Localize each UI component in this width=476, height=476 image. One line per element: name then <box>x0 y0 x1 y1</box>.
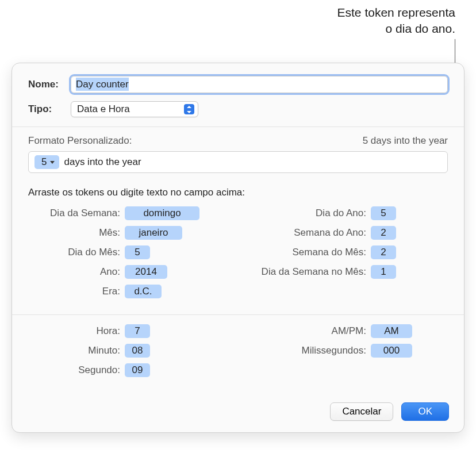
chip-ampm[interactable]: AM <box>371 324 412 338</box>
format-trailing-text: days into the year <box>64 156 141 168</box>
ok-button[interactable]: OK <box>401 402 449 421</box>
format-label: Formato Personalizado: <box>28 135 132 147</box>
time-col-right: AM/PM: AM Milissegundos: 000 <box>245 324 448 383</box>
chip-weekday[interactable]: domingo <box>125 206 199 220</box>
row-ampm: AM/PM: AM <box>245 324 448 338</box>
row-week-of-month: Semana do Mês: 2 <box>245 245 448 259</box>
chip-day-of-year[interactable]: 5 <box>371 206 396 220</box>
date-token-grid: Dia da Semana: domingo Mês: janeiro Dia … <box>28 206 448 304</box>
row-day-of-month: Dia do Mês: 5 <box>28 245 231 259</box>
name-row: Nome: Day counter <box>28 76 448 93</box>
cancel-button[interactable]: Cancelar <box>330 402 393 421</box>
label-second: Segundo: <box>28 364 125 376</box>
time-tokens-section: Hora: 7 Minuto: 08 Segundo: 09 AM/PM: AM <box>12 315 464 393</box>
row-era: Era: d.C. <box>28 285 231 298</box>
row-hour: Hora: 7 <box>28 324 231 338</box>
label-weekday: Dia da Semana: <box>28 208 125 219</box>
row-year: Ano: 2014 <box>28 265 231 279</box>
row-millis: Milissegundos: 000 <box>245 344 448 358</box>
date-col-left: Dia da Semana: domingo Mês: janeiro Dia … <box>28 206 231 304</box>
label-month: Mês: <box>28 227 125 239</box>
label-weekday-in-month: Dia da Semana no Mês: <box>245 266 371 278</box>
token-value: 5 <box>41 156 47 168</box>
name-value: Day counter <box>76 78 129 91</box>
label-millis: Milissegundos: <box>245 345 371 356</box>
chip-second[interactable]: 09 <box>125 363 150 377</box>
row-minute: Minuto: 08 <box>28 344 231 358</box>
label-week-of-year: Semana do Ano: <box>245 227 371 239</box>
label-ampm: AM/PM: <box>245 325 371 337</box>
format-header: Formato Personalizado: 5 days into the y… <box>28 135 448 147</box>
chip-day-of-month[interactable]: 5 <box>125 245 150 259</box>
type-row: Tipo: Data e Hora <box>28 101 448 117</box>
row-week-of-year: Semana do Ano: 2 <box>245 226 448 240</box>
chip-hour[interactable]: 7 <box>125 324 150 338</box>
format-section: Formato Personalizado: 5 days into the y… <box>12 127 464 185</box>
callout-line-1: Este token representa <box>337 5 455 21</box>
label-day-of-year: Dia do Ano: <box>245 208 371 219</box>
row-second: Segundo: 09 <box>28 363 231 377</box>
row-month: Mês: janeiro <box>28 226 231 240</box>
format-field[interactable]: 5 days into the year <box>28 151 448 173</box>
type-label: Tipo: <box>28 103 71 115</box>
label-week-of-month: Semana do Mês: <box>245 247 371 258</box>
time-token-grid: Hora: 7 Minuto: 08 Segundo: 09 AM/PM: AM <box>28 324 448 383</box>
label-hour: Hora: <box>28 325 125 337</box>
name-input[interactable]: Day counter <box>71 76 448 93</box>
label-year: Ano: <box>28 266 125 278</box>
popup-arrows-icon <box>184 104 194 114</box>
format-dialog: Nome: Day counter Tipo: Data e Hora Form… <box>11 63 465 433</box>
chevron-down-icon <box>50 161 55 164</box>
time-col-left: Hora: 7 Minuto: 08 Segundo: 09 <box>28 324 231 383</box>
chip-week-of-year[interactable]: 2 <box>371 226 396 240</box>
dialog-header: Nome: Day counter Tipo: Data e Hora <box>12 63 464 126</box>
row-weekday: Dia da Semana: domingo <box>28 206 231 220</box>
row-weekday-in-month: Dia da Semana no Mês: 1 <box>245 265 448 279</box>
type-value: Data e Hora <box>77 103 130 115</box>
format-token-day-of-year[interactable]: 5 <box>34 155 59 169</box>
chip-era[interactable]: d.C. <box>125 285 162 298</box>
label-day-of-month: Dia do Mês: <box>28 247 125 258</box>
format-preview: 5 days into the year <box>363 135 448 147</box>
row-day-of-year: Dia do Ano: 5 <box>245 206 448 220</box>
chip-week-of-month[interactable]: 2 <box>371 245 396 259</box>
tokens-section: Arraste os tokens ou digite texto no cam… <box>12 185 464 314</box>
callout-line-2: o dia do ano. <box>337 21 455 37</box>
label-minute: Minuto: <box>28 345 125 356</box>
type-popup[interactable]: Data e Hora <box>71 101 198 117</box>
chip-minute[interactable]: 08 <box>125 344 150 358</box>
chip-millis[interactable]: 000 <box>371 344 412 358</box>
chip-year[interactable]: 2014 <box>125 265 167 279</box>
chip-month[interactable]: janeiro <box>125 226 182 240</box>
date-col-right: Dia do Ano: 5 Semana do Ano: 2 Semana do… <box>245 206 448 304</box>
callout-text: Este token representa o dia do ano. <box>337 5 455 37</box>
chip-weekday-in-month[interactable]: 1 <box>371 265 396 279</box>
tokens-instruction: Arraste os tokens ou digite texto no cam… <box>28 187 448 198</box>
dialog-buttons: Cancelar OK <box>12 393 464 432</box>
name-label: Nome: <box>28 79 71 90</box>
label-era: Era: <box>28 286 125 297</box>
